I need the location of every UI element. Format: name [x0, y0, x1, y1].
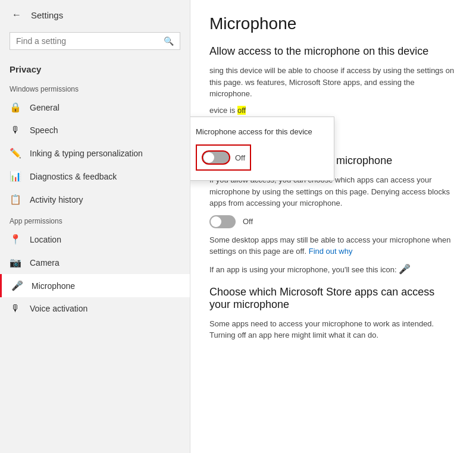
section3-text: Some apps need to access your microphone… [209, 318, 457, 341]
speech-icon: 🎙 [10, 125, 21, 136]
sidebar-item-diagnostics-label: Diagnostics & feedback [30, 172, 117, 181]
inking-icon: ✏️ [10, 147, 21, 159]
section1-heading: Allow access to the microphone on this d… [209, 45, 457, 58]
back-button[interactable]: ← [10, 7, 24, 23]
section1-text2: evice is off [209, 105, 457, 117]
search-input[interactable] [16, 36, 159, 46]
voice-icon: 🎙 [10, 303, 21, 314]
microphone-icon: 🎤 [11, 280, 23, 291]
sidebar-item-inking[interactable]: ✏️ Inking & typing personalization [0, 141, 190, 165]
app-permissions-label: App permissions [0, 211, 190, 228]
sidebar-item-general[interactable]: 🔒 General [0, 96, 190, 119]
section2-warning: Some desktop apps may still be able to a… [209, 234, 457, 257]
sidebar-item-speech-label: Speech [30, 125, 58, 135]
sidebar-item-activity[interactable]: 📋 Activity history [0, 188, 190, 211]
sidebar-item-camera[interactable]: 📷 Camera [0, 251, 190, 274]
windows-permissions-label: Windows permissions [0, 79, 190, 96]
search-icon-button[interactable]: 🔍 [164, 36, 174, 46]
diagnostics-icon: 📊 [10, 171, 21, 182]
activity-icon: 📋 [10, 194, 21, 205]
sidebar-header: ← Settings [0, 0, 190, 30]
section2-icon-text: If an app is using your microphone, you'… [209, 262, 457, 276]
sidebar: ← Settings 🔍 Privacy Windows permissions… [0, 0, 190, 453]
camera-icon: 📷 [10, 257, 21, 268]
sidebar-item-microphone-label: Microphone [32, 281, 75, 291]
section1-text2-highlight: off [237, 106, 246, 115]
sidebar-item-inking-label: Inking & typing personalization [30, 149, 143, 158]
popup-toggle-container: Off [196, 144, 251, 171]
find-out-why-link[interactable]: Find out why [309, 247, 353, 256]
microphone-access-popup: Microphone access for this device Off [190, 117, 334, 181]
sidebar-title: Settings [31, 10, 63, 20]
sidebar-item-speech[interactable]: 🎙 Speech [0, 119, 190, 141]
sidebar-item-activity-label: Activity history [30, 195, 83, 205]
sidebar-item-voice-label: Voice activation [30, 304, 87, 313]
icon-text-content: If an app is using your microphone, you'… [209, 265, 399, 274]
sidebar-item-voice[interactable]: 🎙 Voice activation [0, 297, 190, 320]
sidebar-item-general-label: General [30, 103, 60, 112]
apps-toggle-label: Off [243, 217, 253, 226]
sidebar-item-microphone[interactable]: 🎤 Microphone [0, 274, 190, 297]
section3: Choose which Microsoft Store apps can ac… [209, 286, 457, 341]
general-icon: 🔒 [10, 102, 21, 113]
popup-title: Microphone access for this device [196, 127, 324, 137]
search-box: 🔍 [10, 32, 180, 50]
location-icon: 📍 [10, 234, 21, 245]
section1-text1: sing this device will be able to choose … [209, 65, 457, 100]
sidebar-item-camera-label: Camera [30, 258, 60, 268]
popup-microphone-toggle[interactable] [202, 150, 230, 165]
popup-toggle-label: Off [235, 153, 245, 162]
microphone-inline-icon: 🎤 [399, 264, 411, 274]
sidebar-item-diagnostics[interactable]: 📊 Diagnostics & feedback [0, 165, 190, 188]
sidebar-item-location[interactable]: 📍 Location [0, 228, 190, 251]
section1-text2-prefix: evice is [209, 106, 237, 115]
section3-heading: Choose which Microsoft Store apps can ac… [209, 286, 457, 311]
section2-toggle-row: Off [209, 215, 457, 228]
page-title: Microphone [209, 14, 457, 33]
section1-wrapper: Allow access to the microphone on this d… [209, 45, 457, 155]
privacy-section-label: Privacy [0, 59, 190, 79]
main-content: Microphone Allow access to the microphon… [190, 0, 476, 453]
sidebar-item-location-label: Location [30, 235, 61, 244]
apps-microphone-toggle[interactable] [209, 215, 236, 228]
